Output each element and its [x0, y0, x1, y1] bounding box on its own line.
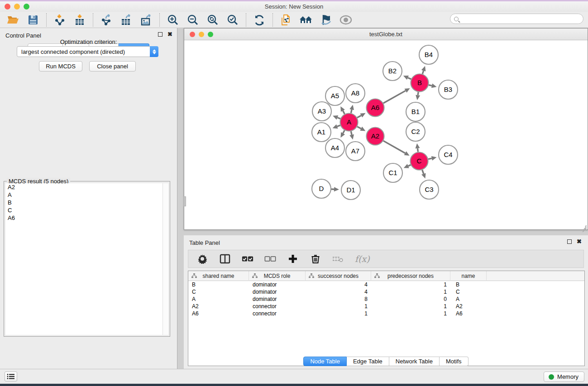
refresh-icon[interactable] — [253, 13, 266, 27]
column-header-name[interactable]: name — [450, 271, 487, 281]
table-cell-predecessor_nodes[interactable]: 1 — [371, 281, 450, 288]
edge-A2-C[interactable] — [383, 141, 405, 153]
export-image-icon[interactable] — [139, 13, 153, 27]
table-cell-successor_nodes[interactable]: 4 — [306, 281, 371, 288]
table-row[interactable]: Bdominator41B — [188, 281, 584, 288]
network-close-button[interactable] — [190, 32, 195, 37]
graph-node-C1[interactable]: C1 — [383, 163, 402, 182]
float-panel-icon[interactable] — [158, 32, 163, 37]
tab-edge-table[interactable]: Edge Table — [347, 357, 389, 366]
close-panel-button[interactable]: Close panel — [89, 61, 136, 71]
graph-node-C4[interactable]: C4 — [439, 145, 458, 164]
deselect-all-icon[interactable] — [264, 253, 276, 265]
graph-node-C2[interactable]: C2 — [406, 122, 425, 141]
edge-A-A7[interactable] — [351, 131, 352, 135]
table-cell-mcds_role[interactable]: dominator — [249, 281, 306, 288]
result-item[interactable]: B — [5, 199, 163, 206]
graph-node-A[interactable]: A — [340, 114, 358, 131]
network-minimize-button[interactable] — [199, 32, 204, 37]
zoom-selected-icon[interactable] — [226, 13, 239, 27]
edge-A-A3[interactable] — [337, 118, 340, 119]
graph-node-A3[interactable]: A3 — [312, 102, 331, 121]
edge-C-C2[interactable] — [418, 148, 418, 152]
table-cell-successor_nodes[interactable]: 1 — [306, 310, 371, 317]
export-network-icon[interactable] — [100, 13, 113, 27]
network-window-titlebar[interactable]: testGlobe.txt — [184, 29, 588, 40]
open-session-icon[interactable] — [6, 13, 20, 27]
edge-A-A1[interactable] — [337, 125, 340, 126]
float-table-panel-icon[interactable] — [567, 239, 572, 244]
zoom-in-icon[interactable] — [166, 13, 180, 27]
table-cell-mcds_role[interactable]: dominator — [249, 288, 306, 295]
import-table-icon[interactable] — [73, 13, 86, 27]
hide-panels-icon[interactable] — [319, 13, 333, 27]
gear-icon[interactable] — [196, 253, 208, 265]
result-item[interactable]: A — [5, 191, 163, 199]
home-icon[interactable] — [299, 13, 313, 27]
graph-node-A5[interactable]: A5 — [325, 86, 344, 105]
network-graph[interactable]: B4B2BB3A8A5A6A3B1AA1C2A2A4A7C4CC1DC3D1 — [184, 40, 588, 229]
edge-A-A4[interactable] — [343, 130, 345, 133]
import-network-icon[interactable] — [53, 13, 67, 27]
table-row[interactable]: A2connector11A2 — [188, 303, 584, 310]
zoom-out-icon[interactable] — [186, 13, 200, 27]
graph-node-B2[interactable]: B2 — [383, 62, 402, 81]
edge-A6-B[interactable] — [383, 91, 406, 103]
edge-A-A2[interactable] — [357, 127, 361, 129]
zoom-fit-icon[interactable] — [206, 13, 220, 27]
save-session-icon[interactable] — [26, 13, 40, 27]
table-cell-name[interactable]: A — [450, 295, 487, 303]
search-input[interactable] — [459, 16, 572, 22]
graph-node-A1[interactable]: A1 — [312, 123, 331, 142]
table-cell-successor_nodes[interactable]: 8 — [306, 295, 371, 303]
result-item[interactable]: A6 — [5, 214, 163, 222]
edge-C-C1[interactable] — [408, 165, 411, 166]
close-table-panel-icon[interactable]: ✖ — [577, 239, 582, 244]
edge-A-A8[interactable] — [351, 110, 352, 113]
edge-B-B3[interactable] — [429, 85, 432, 86]
graph-node-C[interactable]: C — [411, 152, 428, 170]
select-all-icon[interactable] — [242, 253, 253, 265]
column-header-shared-name[interactable]: shared name — [188, 271, 249, 281]
graph-node-B4[interactable]: B4 — [419, 45, 438, 64]
graph-node-D1[interactable]: D1 — [341, 181, 360, 200]
edge-B-B4[interactable] — [422, 71, 423, 74]
table-cell-mcds_role[interactable]: dominator — [249, 295, 306, 303]
window-resize-grip[interactable] — [580, 222, 587, 229]
graph-node-D[interactable]: D — [312, 179, 331, 198]
clone-network-icon[interactable] — [279, 13, 293, 27]
close-panel-icon[interactable]: ✖ — [167, 32, 172, 37]
graph-node-C3[interactable]: C3 — [420, 180, 439, 199]
result-scrollbar[interactable] — [163, 183, 168, 335]
edge-A-A6[interactable] — [357, 115, 361, 118]
export-table-icon[interactable] — [120, 13, 133, 27]
table-cell-name[interactable]: A2 — [450, 303, 487, 310]
table-cell-name[interactable]: A6 — [450, 310, 487, 317]
table-cell-predecessor_nodes[interactable]: 1 — [371, 288, 450, 295]
tab-node-table[interactable]: Node Table — [303, 357, 347, 366]
column-header-predecessor-nodes[interactable]: predecessor nodes — [371, 271, 450, 281]
table-cell-shared_name[interactable]: C — [188, 288, 249, 295]
graph-node-B[interactable]: B — [411, 74, 429, 92]
table-cell-shared_name[interactable]: A6 — [188, 310, 249, 317]
result-item[interactable]: C — [5, 206, 163, 214]
table-cell-successor_nodes[interactable]: 4 — [306, 288, 371, 295]
table-cell-mcds_role[interactable]: connector — [249, 310, 306, 317]
column-header-successor-nodes[interactable]: successor nodes — [306, 271, 371, 281]
tab-motifs[interactable]: Motifs — [440, 357, 468, 366]
graph-node-A2[interactable]: A2 — [367, 128, 384, 145]
network-zoom-button[interactable] — [208, 32, 213, 37]
table-cell-mcds_role[interactable]: connector — [249, 303, 306, 310]
table-cell-predecessor_nodes[interactable]: 0 — [371, 295, 450, 303]
edge-B-B2[interactable] — [408, 78, 411, 79]
show-all-icon[interactable] — [339, 13, 353, 27]
graph-node-B3[interactable]: B3 — [439, 80, 458, 99]
result-item[interactable]: A2 — [5, 183, 163, 191]
function-builder-icon[interactable]: f(x) — [355, 254, 370, 264]
memory-button[interactable]: Memory — [544, 372, 584, 382]
graph-node-A6[interactable]: A6 — [367, 99, 384, 117]
delete-column-icon[interactable] — [310, 253, 321, 265]
close-window-button[interactable] — [5, 4, 10, 10]
edge-C-C4[interactable] — [428, 158, 432, 159]
split-table-icon[interactable] — [219, 253, 231, 265]
